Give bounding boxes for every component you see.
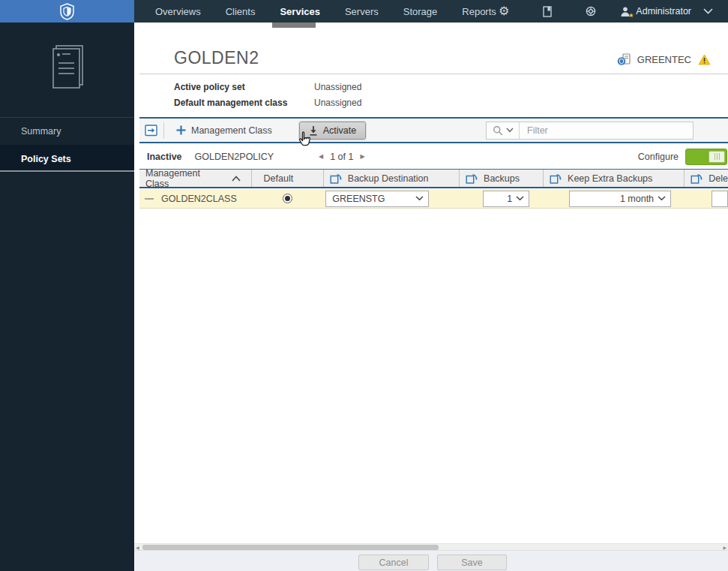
column-label: Default — [264, 173, 294, 184]
apply-to-all-icon — [466, 173, 478, 185]
backup-destination-select[interactable]: GREENSTG — [325, 191, 429, 207]
nav-tab-storage[interactable]: Storage — [403, 6, 438, 17]
configure-label: Configure — [638, 152, 679, 162]
activate-icon — [309, 125, 318, 136]
scrollbar-thumb[interactable] — [142, 545, 439, 550]
sidebar-item-label: Policy Sets — [21, 154, 71, 164]
default-management-class-row: Default management class Unassigned — [174, 98, 361, 108]
open-details-button[interactable] — [139, 119, 163, 142]
user-icon: ★ — [620, 6, 631, 17]
nav-tabs: Overviews Clients Services Servers Stora… — [134, 6, 496, 17]
shield-logo-icon — [59, 3, 75, 20]
header-divider — [139, 74, 728, 74]
remove-row-icon[interactable] — [145, 198, 154, 200]
page-indicator: 1 of 1 — [330, 152, 353, 162]
active-tab-indicator — [272, 23, 316, 28]
active-policy-set-label: Active policy set — [174, 82, 314, 92]
nav-tab-services[interactable]: Services — [280, 6, 320, 17]
column-header-default[interactable]: Default — [252, 170, 324, 187]
search-icon — [493, 125, 503, 136]
cancel-button[interactable]: Cancel — [358, 554, 429, 570]
add-management-class-label: Management Class — [191, 125, 272, 136]
policy-set-bar: Inactive GOLDEN2POLICY ◀ 1 of 1 ▶ Config… — [139, 145, 728, 168]
active-policy-set-row: Active policy set Unassigned — [174, 82, 361, 92]
column-label: Management Class — [145, 168, 226, 189]
next-page-icon[interactable]: ▶ — [360, 154, 364, 160]
default-management-class-label: Default management class — [174, 98, 314, 108]
default-management-class-value: Unassigned — [314, 98, 361, 108]
chevron-down-icon — [506, 128, 514, 133]
delete-select-truncated[interactable] — [712, 191, 728, 207]
nav-tab-overviews[interactable]: Overviews — [155, 6, 201, 17]
default-cell — [251, 189, 323, 208]
chevron-down-icon — [516, 196, 524, 201]
management-class-cell: GOLDEN2CLASS — [139, 189, 251, 208]
nav-tab-clients[interactable]: Clients — [226, 6, 256, 17]
user-badge-star-icon: ★ — [628, 13, 634, 19]
column-label: Keep Extra Backups — [568, 173, 652, 184]
management-class-name: GOLDEN2CLASS — [161, 194, 237, 204]
apply-to-all-icon — [330, 173, 342, 185]
toggle-handle[interactable] — [709, 151, 725, 163]
warning-icon[interactable] — [698, 54, 711, 65]
sidebar: Summary Policy Sets — [0, 0, 134, 571]
default-radio-selected[interactable] — [283, 194, 292, 203]
page-title: GOLDEN2 — [174, 48, 259, 68]
top-navigation-bar: Overviews Clients Services Servers Stora… — [134, 0, 728, 23]
policy-set-status: Inactive — [147, 152, 182, 162]
footer-bar: Cancel Save — [134, 551, 728, 571]
server-shield-icon — [617, 53, 631, 66]
activate-button[interactable]: Activate — [299, 122, 366, 140]
configure-control: Configure — [638, 149, 727, 165]
user-menu[interactable]: ★ Administrator — [620, 6, 691, 17]
app-logo-box[interactable] — [0, 0, 134, 23]
sidebar-menu: Summary Policy Sets — [0, 117, 134, 173]
backups-select[interactable]: 1 — [483, 191, 529, 207]
save-button[interactable]: Save — [437, 554, 507, 570]
sidebar-item-policy-sets[interactable]: Policy Sets — [0, 145, 134, 173]
book-icon[interactable] — [543, 6, 552, 17]
apply-to-all-icon — [691, 173, 703, 185]
previous-page-icon[interactable]: ◀ — [319, 154, 323, 160]
backups-value: 1 — [501, 194, 516, 204]
policy-toolbar: Management Class Activate — [139, 117, 728, 143]
keep-extra-backups-cell: 1 month — [543, 189, 684, 208]
horizontal-scrollbar[interactable]: ◀ ▶ — [134, 543, 728, 551]
scroll-right-icon[interactable]: ▶ — [723, 545, 727, 551]
policy-set-pager: ◀ 1 of 1 ▶ — [319, 152, 365, 162]
nav-tab-servers[interactable]: Servers — [345, 6, 379, 17]
apply-to-all-icon — [550, 173, 562, 185]
configure-toggle[interactable] — [685, 149, 727, 165]
backups-cell: 1 — [459, 189, 543, 208]
backup-destination-value: GREENSTG — [326, 194, 391, 204]
filter-group — [486, 122, 694, 140]
server-badge: GREENTEC — [617, 53, 711, 66]
filter-input[interactable] — [520, 122, 693, 139]
column-header-delete-truncated[interactable]: Dele — [685, 170, 728, 187]
table-row[interactable]: GOLDEN2CLASS GREENSTG 1 1 month — [139, 189, 728, 209]
column-label: Backups — [484, 173, 520, 184]
search-scope-dropdown[interactable] — [487, 122, 520, 139]
scroll-left-icon[interactable]: ◀ — [136, 545, 139, 551]
gear-icon[interactable]: ⚙ — [499, 5, 509, 17]
column-header-keep-extra-backups[interactable]: Keep Extra Backups — [544, 170, 685, 187]
backup-destination-cell: GREENSTG — [323, 189, 459, 208]
add-management-class-button[interactable]: Management Class — [164, 119, 284, 142]
sidebar-item-summary[interactable]: Summary — [0, 118, 134, 145]
table-header-row: Management Class Default Backup Destinat… — [139, 169, 728, 188]
nav-tab-reports[interactable]: Reports — [462, 6, 496, 17]
column-header-backup-destination[interactable]: Backup Destination — [324, 170, 460, 187]
column-header-management-class[interactable]: Management Class — [139, 170, 252, 187]
sidebar-item-label: Summary — [21, 126, 61, 137]
active-policy-set-value: Unassigned — [314, 82, 361, 92]
column-header-backups[interactable]: Backups — [460, 170, 544, 187]
keep-extra-backups-select[interactable]: 1 month — [569, 191, 671, 207]
operations-center-window: Summary Policy Sets Overviews Clients Se… — [0, 0, 728, 571]
server-name-label[interactable]: GREENTEC — [637, 54, 691, 65]
plus-icon — [176, 125, 186, 135]
nav-right-group: ⚙ — [499, 5, 728, 17]
chevron-down-icon[interactable] — [703, 8, 713, 14]
open-details-icon — [145, 125, 158, 137]
help-ring-icon[interactable] — [586, 6, 596, 17]
column-label: Dele — [709, 173, 728, 184]
